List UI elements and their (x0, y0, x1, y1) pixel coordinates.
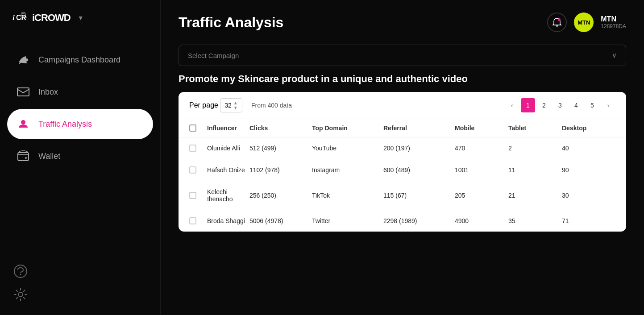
main-content: Traffic Analysis MTN MTN 128978DA Select… (161, 0, 644, 315)
per-page-value: 32 (224, 102, 232, 109)
data-table: Influencer Clicks Top Domain Referral Mo… (179, 119, 626, 232)
top-header: Traffic Analysis MTN MTN 128978DA (161, 0, 644, 45)
row-3-checkbox-cell (189, 192, 207, 199)
table-header-row: Influencer Clicks Top Domain Referral Mo… (179, 119, 626, 137)
svg-point-5 (21, 120, 25, 124)
user-info: MTN 128978DA (601, 15, 626, 29)
row-3-desktop: 30 (562, 192, 615, 199)
row-1-desktop: 40 (562, 145, 615, 152)
logo-text: iCROWD (32, 12, 71, 24)
svg-text:i: i (12, 13, 15, 22)
campaigns-icon (16, 53, 30, 67)
sidebar-label-campaigns: Campaigns Dashboard (38, 55, 120, 65)
from-data-label: From 400 data (251, 102, 292, 109)
row-4-tablet: 35 (508, 217, 562, 224)
row-2-tablet: 11 (508, 166, 562, 174)
sidebar-label-inbox: Inbox (38, 87, 58, 97)
user-id: 128978DA (601, 23, 626, 29)
per-page-label: Per page (189, 101, 218, 109)
row-4-top-domain: Twitter (312, 217, 383, 224)
pagination-page-4[interactable]: 4 (569, 98, 583, 112)
svg-point-8 (14, 265, 27, 278)
col-header-tablet: Tablet (508, 124, 562, 132)
pagination-next[interactable]: › (601, 98, 615, 112)
row-2-top-domain: Instagram (312, 166, 383, 174)
row-2-desktop: 90 (562, 166, 615, 174)
per-page-input[interactable]: 32 ▲ ▼ (220, 98, 242, 112)
row-2-influencer: Hafsoh Onize (207, 166, 249, 174)
row-4-referral: 2298 (1989) (383, 217, 455, 224)
col-header-referral: Referral (383, 124, 455, 132)
svg-rect-6 (18, 153, 29, 161)
row-4-clicks: 5006 (4978) (249, 217, 312, 224)
logo-area: i CROWD iCROWD ▼ (0, 0, 160, 36)
row-1-checkbox[interactable] (189, 145, 196, 152)
pagination-prev[interactable]: ‹ (505, 98, 519, 112)
sidebar-item-inbox[interactable]: Inbox (7, 77, 153, 107)
row-3-mobile: 205 (455, 192, 508, 199)
sidebar: i CROWD iCROWD ▼ Campaigns Dashboard (0, 0, 161, 315)
row-1-clicks: 512 (499) (249, 145, 312, 152)
pagination-page-2[interactable]: 2 (537, 98, 551, 112)
pagination-page-5[interactable]: 5 (585, 98, 599, 112)
sidebar-item-wallet[interactable]: Wallet (7, 141, 153, 171)
row-4-checkbox-cell (189, 217, 207, 224)
row-4-mobile: 4900 (455, 217, 508, 224)
row-1-tablet: 2 (508, 145, 562, 152)
row-1-mobile: 470 (455, 145, 508, 152)
table-row: Kelechi Ihenacho 256 (250) TikTok 115 (6… (179, 181, 626, 210)
support-icon[interactable] (12, 263, 29, 279)
campaign-section: Select Campaign ∨ (161, 45, 644, 66)
header-right: MTN MTN 128978DA (547, 12, 626, 32)
row-3-referral: 115 (67) (383, 192, 455, 199)
svg-point-10 (18, 292, 23, 297)
pagination: ‹ 1 2 3 4 5 › (505, 98, 615, 112)
table-row: Olumide Alli 512 (499) YouTube 200 (197)… (179, 137, 626, 159)
campaign-select-dropdown[interactable]: Select Campaign ∨ (179, 45, 626, 66)
sidebar-label-traffic: Traffic Analysis (38, 120, 92, 129)
per-page-spinner[interactable]: ▲ ▼ (233, 100, 238, 110)
select-all-checkbox[interactable] (189, 124, 196, 132)
row-2-checkbox[interactable] (189, 166, 196, 174)
row-4-checkbox[interactable] (189, 217, 196, 224)
row-1-top-domain: YouTube (312, 145, 383, 152)
row-3-influencer: Kelechi Ihenacho (207, 188, 249, 203)
col-header-desktop: Desktop (562, 124, 615, 132)
inbox-icon (16, 85, 30, 99)
svg-point-11 (558, 18, 561, 21)
table-row: Broda Shaggi 5006 (4978) Twitter 2298 (1… (179, 210, 626, 232)
row-3-checkbox[interactable] (189, 192, 196, 199)
col-header-clicks: Clicks (249, 124, 312, 132)
campaign-select-placeholder: Select Campaign (188, 52, 239, 59)
data-table-container: Per page 32 ▲ ▼ From 400 data ‹ 1 2 3 4 … (179, 92, 626, 232)
user-name: MTN (601, 15, 626, 23)
header-checkbox-cell (189, 124, 207, 132)
pagination-page-1[interactable]: 1 (521, 98, 535, 112)
logo-dropdown-arrow[interactable]: ▼ (78, 14, 84, 21)
row-3-top-domain: TikTok (312, 192, 383, 199)
row-2-checkbox-cell (189, 166, 207, 174)
col-header-top-domain: Top Domain (312, 124, 383, 132)
row-1-influencer: Olumide Alli (207, 145, 249, 152)
sidebar-label-wallet: Wallet (38, 152, 60, 161)
col-header-mobile: Mobile (455, 124, 508, 132)
sidebar-item-campaigns[interactable]: Campaigns Dashboard (7, 45, 153, 75)
row-2-mobile: 1001 (455, 166, 508, 174)
row-3-tablet: 21 (508, 192, 562, 199)
logo-icon: i CROWD (12, 11, 27, 25)
svg-point-9 (20, 274, 21, 275)
row-1-referral: 200 (197) (383, 145, 455, 152)
user-avatar: MTN (574, 12, 594, 32)
settings-icon[interactable] (12, 286, 29, 303)
notification-bell[interactable] (547, 12, 567, 32)
campaign-title-area: Promote my Skincare product in a unique … (161, 73, 644, 85)
sidebar-bottom (0, 263, 160, 306)
col-header-influencer: Influencer (207, 124, 249, 132)
row-4-influencer: Broda Shaggi (207, 217, 249, 224)
wallet-icon (16, 149, 30, 163)
sidebar-item-traffic[interactable]: Traffic Analysis (7, 109, 153, 139)
table-controls: Per page 32 ▲ ▼ From 400 data ‹ 1 2 3 4 … (179, 92, 626, 119)
controls-left: Per page 32 ▲ ▼ From 400 data (189, 98, 292, 112)
pagination-page-3[interactable]: 3 (553, 98, 567, 112)
campaign-title-text: Promote my Skincare product in a unique … (179, 73, 626, 85)
